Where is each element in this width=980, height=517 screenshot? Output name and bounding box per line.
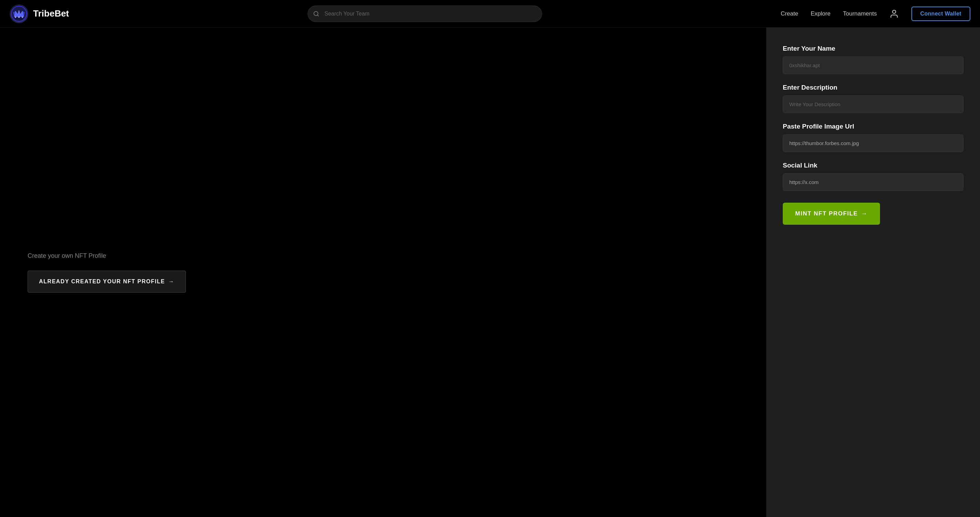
form-image-url-input[interactable] bbox=[783, 135, 963, 152]
mint-btn-arrow-icon: → bbox=[861, 210, 868, 217]
form-social-link-input[interactable] bbox=[783, 173, 963, 191]
form-image-url-label: Paste Profile Image Url bbox=[783, 123, 963, 130]
form-social-link-label: Social Link bbox=[783, 162, 963, 169]
connect-wallet-button[interactable]: Connect Wallet bbox=[912, 6, 970, 21]
brand-logo bbox=[10, 5, 28, 23]
form-description-input[interactable] bbox=[783, 95, 963, 113]
user-icon bbox=[889, 9, 899, 19]
svg-point-10 bbox=[892, 10, 896, 13]
svg-point-7 bbox=[15, 17, 23, 20]
user-account-button[interactable] bbox=[889, 9, 899, 19]
nav-explore[interactable]: Explore bbox=[811, 10, 831, 17]
navbar-brand: TribeBet bbox=[10, 5, 69, 23]
form-description-label: Enter Description bbox=[783, 84, 963, 91]
mint-nft-profile-button[interactable]: MINT NFT PROFILE → bbox=[783, 203, 880, 225]
svg-point-4 bbox=[22, 17, 23, 18]
already-created-label: ALREADY CREATED YOUR NFT PROFILE bbox=[39, 279, 165, 285]
form-group-description: Enter Description bbox=[783, 84, 963, 113]
form-group-image-url: Paste Profile Image Url bbox=[783, 123, 963, 152]
nav-create[interactable]: Create bbox=[781, 10, 798, 17]
left-subtitle: Create your own NFT Profile bbox=[28, 252, 739, 260]
form-group-social-link: Social Link bbox=[783, 162, 963, 191]
already-created-arrow-icon: → bbox=[168, 279, 175, 285]
form-name-input[interactable] bbox=[783, 57, 963, 74]
main-content: Create your own NFT Profile ALREADY CREA… bbox=[0, 28, 980, 517]
search-icon bbox=[313, 11, 319, 17]
search-input[interactable] bbox=[308, 6, 542, 22]
form-name-label: Enter Your Name bbox=[783, 45, 963, 52]
svg-marker-1 bbox=[14, 10, 24, 17]
navbar-right: Create Explore Tournaments Connect Walle… bbox=[781, 6, 970, 21]
right-panel: Enter Your Name Enter Description Paste … bbox=[766, 28, 980, 517]
navbar: TribeBet Create Explore Tournaments Conn… bbox=[0, 0, 980, 28]
svg-line-9 bbox=[317, 15, 318, 16]
search-container bbox=[308, 6, 542, 22]
form-group-name: Enter Your Name bbox=[783, 45, 963, 74]
mint-btn-label: MINT NFT PROFILE bbox=[795, 210, 858, 217]
left-panel: Create your own NFT Profile ALREADY CREA… bbox=[0, 28, 766, 517]
nav-tournaments[interactable]: Tournaments bbox=[843, 10, 877, 17]
svg-point-3 bbox=[15, 17, 16, 18]
brand-name: TribeBet bbox=[33, 8, 69, 19]
already-created-button[interactable]: ALREADY CREATED YOUR NFT PROFILE → bbox=[28, 271, 186, 293]
